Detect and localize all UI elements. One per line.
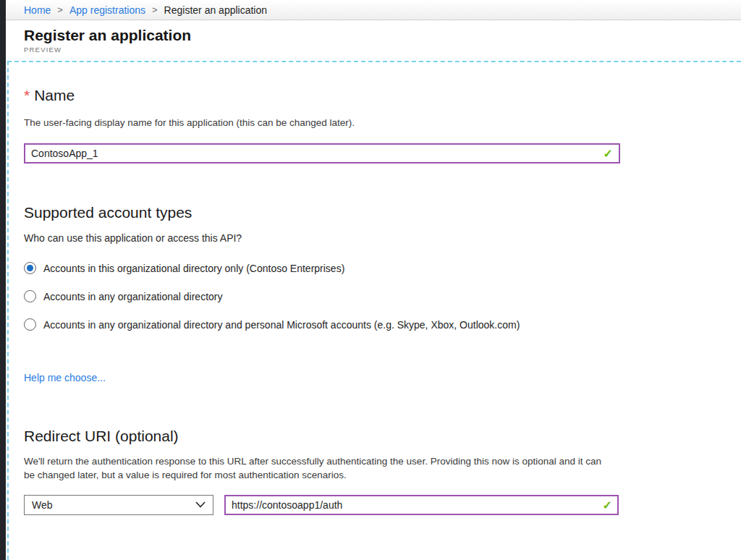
radio-icon (24, 318, 36, 331)
radio-button[interactable]: Accounts in any organizational directory… (24, 318, 741, 332)
help-me-choose-link[interactable]: Help me choose... (24, 372, 106, 383)
page-header: Register an application PREVIEW (6, 21, 741, 61)
redirect-platform-select[interactable]: Web (24, 495, 213, 515)
breadcrumb-app-registrations-link[interactable]: App registrations (69, 4, 145, 16)
redirect-uri-row: Web ✓ (24, 495, 741, 515)
name-input-container: ✓ (24, 143, 620, 164)
name-section-title: Name (34, 87, 75, 103)
form-content: *Name The user-facing display name for t… (7, 61, 741, 560)
account-types-radio-group: Accounts in this organizational director… (24, 261, 741, 332)
sidebar-edge-strip (0, 0, 6, 560)
account-types-heading: Supported account types (24, 203, 741, 223)
name-section-description: The user-facing display name for this ap… (24, 116, 609, 130)
breadcrumb: Home > App registrations > Register an a… (6, 0, 741, 20)
radio-icon (24, 262, 36, 274)
name-section-heading: *Name (24, 85, 741, 106)
breadcrumb-home-link[interactable]: Home (24, 4, 51, 16)
radio-button[interactable]: Accounts in any organizational directory (24, 289, 741, 304)
required-asterisk: * (24, 87, 30, 103)
radio-label: Accounts in this organizational director… (43, 263, 344, 274)
redirect-uri-input[interactable] (224, 495, 619, 515)
radio-label: Accounts in any organizational directory (43, 291, 222, 302)
redirect-uri-heading: Redirect URI (optional) (24, 426, 741, 446)
radio-button[interactable]: Accounts in this organizational director… (24, 261, 741, 276)
breadcrumb-current-page: Register an application (164, 4, 267, 16)
redirect-uri-description: We'll return the authentication response… (24, 454, 609, 483)
page-title: Register an application (24, 26, 741, 45)
breadcrumb-separator: > (57, 4, 63, 15)
chevron-down-icon (195, 501, 206, 508)
preview-badge: PREVIEW (24, 46, 741, 54)
name-input[interactable] (24, 143, 620, 164)
breadcrumb-separator: > (152, 4, 158, 15)
redirect-platform-value: Web (32, 499, 53, 511)
account-types-question: Who can use this application or access t… (24, 232, 741, 244)
radio-label: Accounts in any organizational directory… (43, 319, 520, 331)
radio-icon (24, 290, 36, 302)
register-application-page: Home > App registrations > Register an a… (0, 0, 741, 560)
redirect-uri-input-container: ✓ (224, 495, 619, 515)
